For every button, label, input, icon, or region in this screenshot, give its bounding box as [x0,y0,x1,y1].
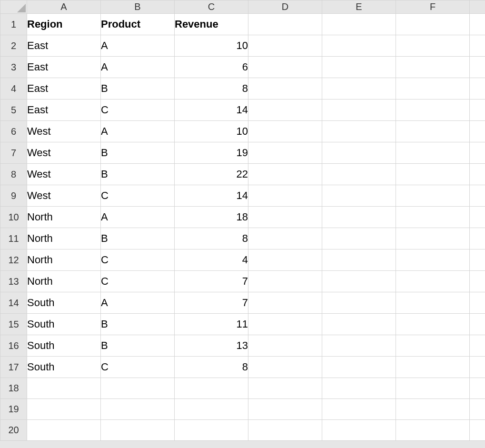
cell-D1[interactable] [248,14,322,35]
cell-D4[interactable] [248,78,322,100]
cell-B20[interactable] [101,420,175,441]
cell-D11[interactable] [248,228,322,249]
cell-A6[interactable]: West [27,121,101,142]
cell-G11[interactable] [470,228,485,249]
cell-F7[interactable] [396,142,470,164]
row-header-4[interactable]: 4 [0,78,27,100]
cell-G17[interactable] [470,357,485,378]
cell-E8[interactable] [322,164,396,185]
row-header-5[interactable]: 5 [0,100,27,121]
row-header-3[interactable]: 3 [0,57,27,78]
cell-D5[interactable] [248,100,322,121]
cell-B9[interactable]: C [101,185,175,207]
cell-C18[interactable] [175,378,248,399]
cell-B3[interactable]: A [101,57,175,78]
cell-A13[interactable]: North [27,271,101,292]
cell-F11[interactable] [396,228,470,249]
cell-D9[interactable] [248,185,322,207]
cell-B11[interactable]: B [101,228,175,249]
cell-A3[interactable]: East [27,57,101,78]
cell-F18[interactable] [396,378,470,399]
cell-C14[interactable]: 7 [175,292,248,314]
cell-G9[interactable] [470,185,485,207]
cell-E15[interactable] [322,314,396,335]
cell-F14[interactable] [396,292,470,314]
cell-A16[interactable]: South [27,335,101,357]
cell-F5[interactable] [396,100,470,121]
cell-C12[interactable]: 4 [175,249,248,271]
row-header-14[interactable]: 14 [0,292,27,314]
cell-C2[interactable]: 10 [175,35,248,57]
cell-E12[interactable] [322,249,396,271]
cell-B18[interactable] [101,378,175,399]
cell-B6[interactable]: A [101,121,175,142]
cell-E18[interactable] [322,378,396,399]
cell-A8[interactable]: West [27,164,101,185]
row-header-12[interactable]: 12 [0,249,27,271]
cell-A4[interactable]: East [27,78,101,100]
cell-C10[interactable]: 18 [175,207,248,228]
cell-C9[interactable]: 14 [175,185,248,207]
col-header-D[interactable]: D [248,0,322,14]
cell-F20[interactable] [396,420,470,441]
cell-G8[interactable] [470,164,485,185]
cell-F19[interactable] [396,399,470,420]
cell-D19[interactable] [248,399,322,420]
cell-B16[interactable]: B [101,335,175,357]
cell-E5[interactable] [322,100,396,121]
cell-D16[interactable] [248,335,322,357]
cell-B13[interactable]: C [101,271,175,292]
cell-E11[interactable] [322,228,396,249]
col-header-B[interactable]: B [101,0,175,14]
cell-A5[interactable]: East [27,100,101,121]
row-header-9[interactable]: 9 [0,185,27,207]
row-header-7[interactable]: 7 [0,142,27,164]
cell-B5[interactable]: C [101,100,175,121]
cell-C5[interactable]: 14 [175,100,248,121]
cell-F6[interactable] [396,121,470,142]
cell-G10[interactable] [470,207,485,228]
cell-C4[interactable]: 8 [175,78,248,100]
cell-E2[interactable] [322,35,396,57]
cell-G12[interactable] [470,249,485,271]
cell-F2[interactable] [396,35,470,57]
row-header-8[interactable]: 8 [0,164,27,185]
cell-F1[interactable] [396,14,470,35]
cell-F15[interactable] [396,314,470,335]
cell-G19[interactable] [470,399,485,420]
cell-G18[interactable] [470,378,485,399]
cell-E20[interactable] [322,420,396,441]
cell-G7[interactable] [470,142,485,164]
cell-A17[interactable]: South [27,357,101,378]
col-header-partial[interactable] [470,0,485,14]
cell-D17[interactable] [248,357,322,378]
cell-D3[interactable] [248,57,322,78]
row-header-16[interactable]: 16 [0,335,27,357]
cell-D15[interactable] [248,314,322,335]
cell-B14[interactable]: A [101,292,175,314]
cell-D12[interactable] [248,249,322,271]
cell-B1[interactable]: Product [101,14,175,35]
cell-F3[interactable] [396,57,470,78]
cell-C1[interactable]: Revenue [175,14,248,35]
row-header-10[interactable]: 10 [0,207,27,228]
cell-F4[interactable] [396,78,470,100]
cell-C20[interactable] [175,420,248,441]
cell-A10[interactable]: North [27,207,101,228]
col-header-E[interactable]: E [322,0,396,14]
row-header-17[interactable]: 17 [0,357,27,378]
cell-C16[interactable]: 13 [175,335,248,357]
cell-C15[interactable]: 11 [175,314,248,335]
cell-D2[interactable] [248,35,322,57]
cell-F17[interactable] [396,357,470,378]
cell-D6[interactable] [248,121,322,142]
cell-B12[interactable]: C [101,249,175,271]
cell-A12[interactable]: North [27,249,101,271]
cell-D7[interactable] [248,142,322,164]
cell-D10[interactable] [248,207,322,228]
cell-B15[interactable]: B [101,314,175,335]
cell-B8[interactable]: B [101,164,175,185]
cell-D8[interactable] [248,164,322,185]
select-all-corner[interactable] [0,0,27,14]
cell-B4[interactable]: B [101,78,175,100]
